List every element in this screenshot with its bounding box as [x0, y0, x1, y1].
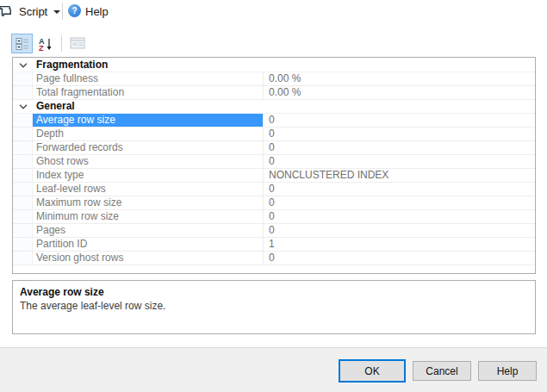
toolbar-separator — [62, 3, 63, 20]
sort-az-icon: A Z — [38, 37, 53, 51]
row-indent-gutter — [13, 210, 33, 223]
row-indent-gutter — [13, 86, 33, 99]
row-indent-gutter — [13, 72, 33, 85]
row-indent-gutter — [13, 169, 33, 182]
property-name: Page fullness — [33, 72, 263, 85]
svg-text:Z: Z — [39, 43, 44, 51]
help-button[interactable]: Help — [478, 361, 537, 381]
property-name: Index type — [33, 169, 263, 182]
property-name: Maximum row size — [33, 196, 263, 209]
category-row-fragmentation[interactable]: Fragmentation — [13, 59, 535, 72]
property-value: 0 — [263, 224, 535, 237]
property-value: 0 — [263, 196, 535, 209]
property-value: 0 — [263, 155, 535, 168]
property-pages-icon — [70, 37, 86, 50]
description-title: Average row size — [20, 286, 104, 298]
property-row-average-row-size[interactable]: Average row size0 — [13, 114, 535, 128]
row-indent-gutter — [13, 128, 33, 140]
property-value: 0.00 % — [263, 72, 535, 85]
property-pages-button — [65, 34, 90, 53]
row-indent-gutter — [13, 224, 33, 237]
property-name: Minimum row size — [33, 210, 263, 223]
property-name: Pages — [33, 224, 263, 237]
property-value: 0.00 % — [263, 86, 535, 99]
help-toolbar-button[interactable]: Help — [85, 5, 109, 18]
property-value: 0 — [263, 141, 535, 154]
property-name: Total fragmentation — [33, 86, 263, 99]
property-value: 0 — [263, 128, 535, 140]
ok-button[interactable]: OK — [339, 359, 406, 383]
property-row-leaf-level-rows[interactable]: Leaf-level rows0 — [13, 183, 535, 196]
row-indent-gutter — [13, 238, 33, 251]
description-panel: Average row size The average leaf-level … — [12, 280, 536, 334]
property-value: 0 — [263, 252, 535, 264]
row-indent-gutter — [13, 196, 33, 209]
cancel-button[interactable]: Cancel — [413, 361, 471, 381]
property-value: 0 — [263, 183, 535, 196]
row-indent-gutter — [13, 114, 33, 127]
script-button[interactable]: Script — [19, 5, 47, 18]
property-row-minimum-row-size[interactable]: Minimum row size0 — [13, 210, 535, 224]
category-label: Fragmentation — [33, 59, 108, 72]
property-grid-rows: FragmentationPage fullness0.00 %Total fr… — [13, 59, 535, 265]
property-value: 1 — [263, 238, 535, 251]
property-row-ghost-rows[interactable]: Ghost rows0 — [13, 155, 535, 169]
chevron-down-icon[interactable] — [53, 10, 60, 14]
property-row-version-ghost-rows[interactable]: Version ghost rows0 — [13, 252, 535, 265]
chevron-down-icon — [13, 100, 33, 113]
property-row-total-fragmentation[interactable]: Total fragmentation0.00 % — [13, 86, 535, 100]
category-label: General — [33, 100, 75, 113]
property-name: Version ghost rows — [33, 252, 263, 264]
categorized-button[interactable] — [11, 34, 33, 53]
property-value: 0 — [263, 210, 535, 223]
property-row-page-fullness[interactable]: Page fullness0.00 % — [13, 72, 535, 86]
script-scroll-icon — [0, 4, 14, 18]
categorized-icon — [16, 37, 29, 51]
toolbar-separator — [61, 35, 62, 52]
alphabetical-sort-button[interactable]: A Z — [34, 34, 56, 53]
property-row-pages[interactable]: Pages0 — [13, 224, 535, 238]
category-row-general[interactable]: General — [13, 100, 535, 114]
row-indent-gutter — [13, 155, 33, 168]
property-name: Average row size — [33, 114, 263, 127]
property-row-partition-id[interactable]: Partition ID1 — [13, 238, 535, 252]
property-value: 0 — [263, 114, 535, 127]
property-name: Partition ID — [33, 238, 263, 251]
property-name: Ghost rows — [33, 155, 263, 168]
script-toolbar: Script ? Help — [0, 0, 547, 23]
description-text: The average leaf-level row size. — [20, 300, 165, 312]
chevron-down-icon — [13, 59, 33, 72]
property-name: Depth — [33, 128, 263, 140]
property-name: Leaf-level rows — [33, 183, 263, 196]
property-row-maximum-row-size[interactable]: Maximum row size0 — [13, 196, 535, 210]
row-indent-gutter — [13, 141, 33, 154]
property-name: Forwarded records — [33, 141, 263, 154]
row-indent-gutter — [13, 183, 33, 196]
help-question-icon[interactable]: ? — [68, 4, 81, 17]
property-row-depth[interactable]: Depth0 — [13, 128, 535, 141]
property-row-index-type[interactable]: Index typeNONCLUSTERED INDEX — [13, 169, 535, 183]
property-row-forwarded-records[interactable]: Forwarded records0 — [13, 141, 535, 155]
footer-bar: OK Cancel Help — [0, 348, 547, 392]
row-indent-gutter — [13, 252, 33, 264]
property-grid: FragmentationPage fullness0.00 %Total fr… — [12, 57, 536, 274]
property-value: NONCLUSTERED INDEX — [263, 169, 535, 182]
